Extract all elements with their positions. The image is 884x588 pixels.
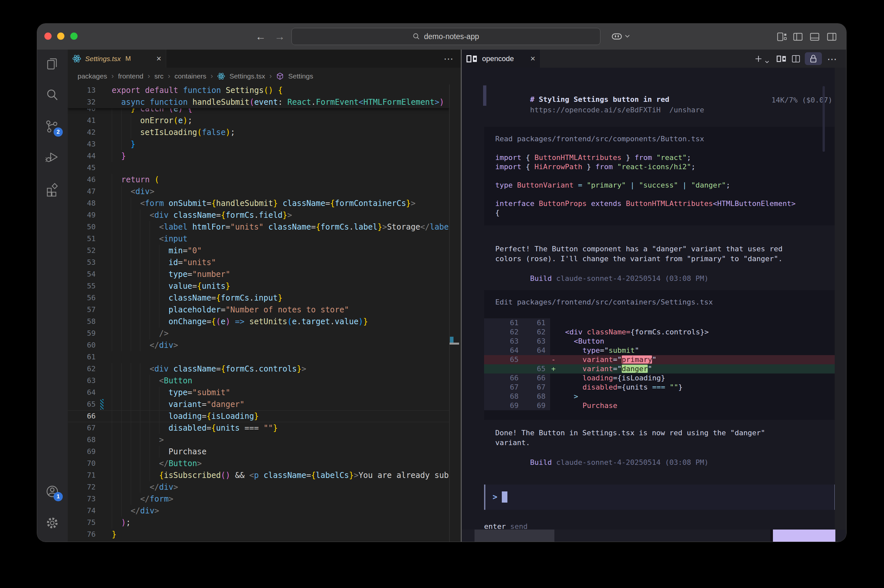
- code-editor[interactable]: 40} catch (e) {41onError(e);42setIsLoadi…: [68, 84, 449, 542]
- search-icon[interactable]: [45, 88, 60, 102]
- zoom-window-button[interactable]: [71, 33, 78, 40]
- prompt-caret: >: [492, 492, 497, 502]
- diff-row: 6666 loading={isLoading}: [484, 374, 835, 383]
- edit-tool-block: Edit packages/frontend/src/containers/Se…: [484, 290, 835, 420]
- opencode-icon[interactable]: [776, 52, 786, 65]
- code-line: 48<form onSubmit={handleSubmit} classNam…: [68, 197, 449, 209]
- read-header: Read packages/frontend/src/components/Bu…: [495, 134, 704, 144]
- symbol-module-icon: [276, 72, 284, 80]
- code-line: 41onError(e);: [68, 115, 449, 126]
- diff-row: 6969 Purchase: [484, 401, 835, 410]
- session-url[interactable]: https://opencode.ai/s/eBdFXTiH: [530, 106, 660, 114]
- settings-gear-icon[interactable]: [45, 516, 60, 530]
- lock-icon: [808, 54, 818, 64]
- agent-badge: BUILD AGENT: [773, 530, 835, 542]
- chevron-down-icon[interactable]: [625, 34, 630, 38]
- tui-code-line: import { HiArrowPath } from "react-icons…: [495, 162, 832, 171]
- chevron-down-icon[interactable]: [765, 56, 769, 68]
- close-window-button[interactable]: [44, 33, 52, 40]
- account-icon[interactable]: 1: [45, 484, 60, 499]
- customize-layout-icon[interactable]: [776, 32, 787, 42]
- opencode-logo-icon: [466, 55, 477, 63]
- read-code: import { ButtonHTMLAttributes } from "re…: [495, 153, 832, 218]
- code-line: 66loading={isLoading}: [68, 410, 449, 422]
- overview-ruler[interactable]: [449, 84, 459, 542]
- code-line: 52min="0": [68, 245, 449, 256]
- opencode-panel: opencode × ⋯: [462, 50, 846, 542]
- build-meta: Build claude-sonnet-4-20250514 (03:08 PM…: [495, 264, 708, 274]
- prompt-input[interactable]: >: [484, 484, 835, 510]
- diff-row: 65- variant="primary": [484, 355, 835, 364]
- code-line: 71{isSubscribed() && <p className={label…: [68, 470, 449, 481]
- editor-group: Settings.tsx M × ⋯ packages› frontend› s…: [68, 50, 462, 542]
- source-control-icon[interactable]: 2: [45, 120, 60, 134]
- assistant-text: colors (rose). I'll change the variant f…: [495, 254, 782, 264]
- agent-separator: [770, 530, 773, 542]
- code-line: 45: [68, 162, 449, 174]
- explorer-icon[interactable]: [45, 57, 60, 71]
- tui-code-line: [495, 190, 832, 199]
- text-cursor: [502, 491, 507, 502]
- close-icon[interactable]: ×: [156, 54, 161, 64]
- edit-header: Edit packages/frontend/src/containers/Se…: [495, 297, 713, 307]
- cursor-marker: [450, 343, 459, 345]
- opencode-chat[interactable]: # Styling Settings button in red https:/…: [462, 68, 835, 530]
- toggle-primary-sidebar-icon[interactable]: [792, 32, 803, 42]
- code-line: 55value={units}: [68, 280, 449, 292]
- session-share-line: https://opencode.ai/s/eBdFXTiH /unshare: [495, 95, 704, 105]
- panel-tab-label: opencode: [482, 54, 514, 63]
- diff-row: 6767 disabled={units === ""}: [484, 383, 835, 392]
- split-editor-icon[interactable]: [791, 52, 801, 65]
- tab-settings-tsx[interactable]: Settings.tsx M ×: [68, 50, 166, 68]
- minimize-window-button[interactable]: [57, 33, 65, 40]
- titlebar: ← → demo-notes-app: [37, 24, 846, 50]
- breadcrumb-item[interactable]: Settings.tsx: [230, 72, 265, 80]
- code-line: 62<div className={formCs.controls}>: [68, 363, 449, 375]
- breadcrumb-item[interactable]: Settings: [288, 72, 313, 80]
- code-line: 49<div className={formCs.field}>: [68, 209, 449, 221]
- chat-scrollbar[interactable]: [822, 86, 825, 152]
- code-line: 72</div>: [68, 481, 449, 493]
- code-line: 69Purchase: [68, 446, 449, 458]
- react-icon: [217, 72, 225, 80]
- code-line: 68>: [68, 434, 449, 446]
- assistant-text: Done! The Button in Settings.tsx is now …: [495, 428, 765, 438]
- code-line: 60</div>: [68, 339, 449, 351]
- code-line: 63<Button: [68, 375, 449, 387]
- session-title: # Styling Settings button in red: [495, 85, 669, 94]
- breadcrumb-item[interactable]: containers: [174, 72, 206, 80]
- code-line: 67disabled={units === ""}: [68, 422, 449, 434]
- forward-arrow-icon[interactable]: →: [275, 24, 285, 50]
- code-line: 13export default function Settings() {: [68, 84, 449, 96]
- run-debug-icon[interactable]: [45, 150, 60, 165]
- sticky-scroll: 13export default function Settings() {32…: [68, 84, 449, 108]
- scm-badge: 2: [54, 128, 63, 136]
- copilot-icon[interactable]: [611, 32, 623, 41]
- close-icon[interactable]: ×: [530, 54, 535, 64]
- lock-toggle[interactable]: [805, 52, 822, 65]
- extensions-icon[interactable]: [45, 183, 60, 197]
- breadcrumb-item[interactable]: packages: [78, 72, 107, 80]
- tui-code-line: import { ButtonHTMLAttributes } from "re…: [495, 153, 832, 162]
- toggle-panel-icon[interactable]: [809, 32, 820, 42]
- assistant-text: Perfect! The Button component has a "dan…: [495, 244, 782, 254]
- session-accent-bar: [483, 86, 486, 106]
- breadcrumb-item[interactable]: src: [155, 72, 164, 80]
- back-arrow-icon[interactable]: ←: [255, 24, 266, 50]
- code-line: 64type="submit": [68, 387, 449, 399]
- activity-bar: 2 1: [37, 50, 68, 542]
- code-lines: 40} catch (e) {41onError(e);42setIsLoadi…: [68, 84, 449, 540]
- tab-opencode[interactable]: opencode ×: [462, 50, 540, 68]
- command-center-search[interactable]: demo-notes-app: [291, 28, 600, 45]
- diff-row: 6464 type="submit": [484, 346, 835, 355]
- more-actions-icon[interactable]: ⋯: [444, 50, 453, 68]
- tui-code-line: {: [495, 208, 832, 218]
- add-session-icon[interactable]: [754, 52, 763, 65]
- code-line: 46return (: [68, 174, 449, 186]
- toggle-secondary-sidebar-icon[interactable]: [827, 32, 837, 42]
- modified-gutter-marker: [100, 399, 104, 410]
- assistant-text: variant.: [495, 438, 530, 448]
- diff-row: 6868 >: [484, 392, 835, 401]
- more-actions-icon[interactable]: ⋯: [827, 52, 837, 65]
- breadcrumb-item[interactable]: frontend: [118, 72, 143, 80]
